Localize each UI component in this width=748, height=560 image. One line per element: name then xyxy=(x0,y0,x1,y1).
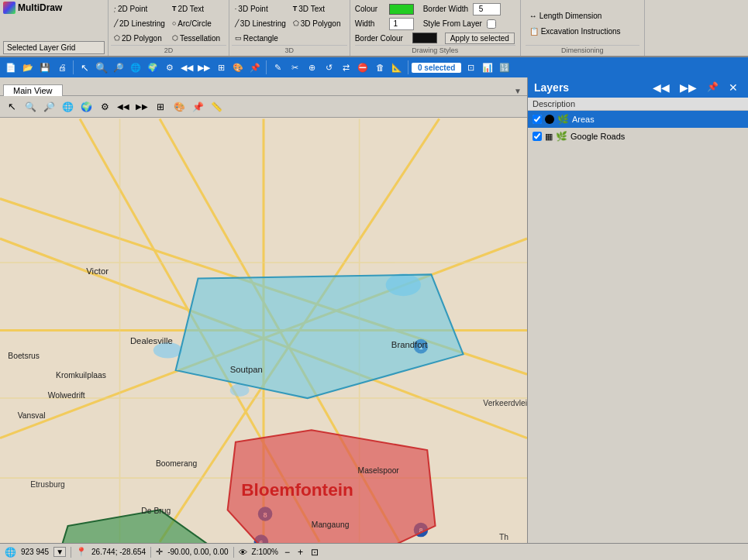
map-tool-9[interactable]: ⊡ xyxy=(463,60,478,75)
map-tool-2[interactable]: ✂ xyxy=(287,60,302,75)
layer-row-google-roads[interactable]: ▦ 🌿 Google Roads xyxy=(528,128,748,145)
nav-forward-btn[interactable]: ▶▶ xyxy=(196,60,212,75)
print-btn[interactable]: 🖨 xyxy=(54,60,70,75)
layers-header: Layers ◀◀ ▶▶ 📌 ✕ xyxy=(528,77,748,98)
map-nav-fwd-btn[interactable]: ▶▶ xyxy=(133,98,150,115)
map-tool-7[interactable]: 🗑 xyxy=(372,60,388,75)
map-settings-btn[interactable]: ⚙ xyxy=(96,98,113,115)
layer-areas-label: Areas xyxy=(572,115,595,124)
map-tool-3[interactable]: ⊕ xyxy=(304,60,319,75)
3d-polygon-btn[interactable]: ⬠ 3D Polygon xyxy=(290,16,347,30)
globe-status-icon[interactable]: 🌐 xyxy=(5,547,16,558)
map-tool-5[interactable]: ⇄ xyxy=(338,60,353,75)
svg-text:Mangaung: Mangaung xyxy=(312,520,350,529)
2d-point-btn[interactable]: ·̣ 2D Point xyxy=(111,2,168,15)
tab-arrow[interactable]: ▼ xyxy=(512,87,524,95)
layers-back-btn[interactable]: ◀◀ xyxy=(649,81,674,94)
zoom-minus-btn[interactable]: − xyxy=(283,547,291,558)
main-view-tab[interactable]: Main View xyxy=(3,84,63,96)
pointer-tool-btn[interactable]: ↖ xyxy=(77,60,92,75)
svg-text:Verkeerdvlei: Verkeerdvlei xyxy=(483,399,527,407)
border-colour-swatch[interactable] xyxy=(412,33,437,43)
layer-areas-checkbox[interactable] xyxy=(533,115,542,124)
map-tool-10[interactable]: 📊 xyxy=(480,60,495,75)
3d-text-btn[interactable]: T 3D Text xyxy=(290,2,347,15)
layers-fwd-btn[interactable]: ▶▶ xyxy=(676,81,701,94)
map-tool-8[interactable]: 📐 xyxy=(389,60,405,75)
zoom-out-btn[interactable]: 🔎 xyxy=(111,60,126,75)
2d-linestring-btn[interactable]: ╱ 2D Linestring xyxy=(111,16,168,30)
file-new-btn[interactable]: 📄 xyxy=(3,60,19,75)
file-open-btn[interactable]: 📂 xyxy=(20,60,36,75)
excavation-instructions-btn[interactable]: 📋 Excavation Instructions xyxy=(526,25,639,38)
map-globe-1[interactable]: 🌐 xyxy=(59,98,76,115)
map-grid-btn[interactable]: ⊞ xyxy=(152,98,169,115)
selected-layer-grid-button[interactable]: Selected Layer Grid xyxy=(3,41,105,54)
crs-dropdown[interactable]: ▼ xyxy=(53,547,66,557)
arc-circle-icon: ○ xyxy=(172,19,176,27)
zoom-plus-btn[interactable]: + xyxy=(296,547,305,558)
svg-text:Bloemfontein: Bloemfontein xyxy=(241,479,353,500)
color-picker-btn[interactable]: 🎨 xyxy=(230,60,246,75)
status-sep-2 xyxy=(150,547,151,558)
map-pin-btn[interactable]: 📌 xyxy=(189,98,206,115)
status-sep-3 xyxy=(233,547,234,558)
nav-back-btn[interactable]: ◀◀ xyxy=(179,60,195,75)
svg-text:De Brug: De Brug xyxy=(141,507,171,515)
3d-polygon-icon: ⬠ xyxy=(293,19,299,27)
toolbar-sep-3 xyxy=(408,60,408,74)
3d-linestring-btn[interactable]: ╱ 3D Linestring xyxy=(232,16,289,30)
2d-text-btn[interactable]: T 2D Text xyxy=(169,2,226,15)
arc-circle-btn[interactable]: ○ Arc/Circle xyxy=(169,16,226,30)
map-globe-2[interactable]: 🌍 xyxy=(78,98,95,115)
pin-btn[interactable]: 📌 xyxy=(247,60,263,75)
rectangle-btn[interactable]: ▭ Rectangle xyxy=(232,31,347,45)
map-tool-4[interactable]: ↺ xyxy=(321,60,336,75)
width-input[interactable] xyxy=(389,18,414,30)
file-save-btn[interactable]: 💾 xyxy=(37,60,53,75)
settings-btn[interactable]: ⚙ xyxy=(162,60,178,75)
zoom-in-btn[interactable]: 🔍 xyxy=(94,60,109,75)
colour-swatch[interactable] xyxy=(389,4,414,15)
layer-roads-tree-icon: 🌿 xyxy=(556,131,567,142)
grid-view-btn[interactable]: ⊞ xyxy=(213,60,229,75)
layer-roads-grid-icon: ▦ xyxy=(545,132,553,142)
map-svg-area[interactable]: 6 8 1 8 Victor B xyxy=(0,118,527,543)
map-tool-11[interactable]: 🔢 xyxy=(497,60,512,75)
length-dimension-btn[interactable]: ↔ Length Dimension xyxy=(526,9,639,22)
map-ruler-btn[interactable]: 📏 xyxy=(208,98,225,115)
app-title[interactable]: MultiDraw xyxy=(3,2,105,14)
map-color-btn[interactable]: 🎨 xyxy=(171,98,188,115)
3d-point-btn[interactable]: · 3D Point xyxy=(232,2,289,15)
map-zoom-out-btn[interactable]: 🔎 xyxy=(40,98,57,115)
tessellation-icon: ⬡ xyxy=(172,34,178,42)
rectangle-icon: ▭ xyxy=(235,34,242,42)
status-bar: 🌐 923 945 ▼ 📍 26.744; -28.654 ✛ -90.00, … xyxy=(0,543,748,560)
map-zoom-in-btn[interactable]: 🔍 xyxy=(22,98,39,115)
apply-selected-button[interactable]: Apply to selected xyxy=(445,33,515,44)
2d-section-label: 2D xyxy=(111,45,226,54)
border-width-input[interactable] xyxy=(473,3,501,15)
tessellation-btn[interactable]: ⬡ Tessellation xyxy=(169,31,226,45)
selected-count-badge: 0 selected xyxy=(412,63,461,73)
globe-btn-2[interactable]: 🌍 xyxy=(145,60,160,75)
map-tool-6[interactable]: ⛔ xyxy=(355,60,371,75)
border-colour-label: Border Colour xyxy=(355,34,408,43)
layers-close-btn[interactable]: ✕ xyxy=(725,81,742,94)
location-icon: 📍 xyxy=(76,547,87,557)
globe-btn-1[interactable]: 🌐 xyxy=(128,60,143,75)
dimensioning-section-label: Dimensioning xyxy=(526,45,639,54)
layer-row-areas[interactable]: 🌿 Areas xyxy=(528,111,748,128)
2d-polygon-btn[interactable]: ⬠ 2D Polygon xyxy=(111,31,168,45)
coords-display: 26.744; -28.654 xyxy=(91,548,146,556)
style-from-layer-checkbox[interactable] xyxy=(487,19,496,29)
map-pointer-btn[interactable]: ↖ xyxy=(3,98,20,115)
layer-roads-checkbox[interactable] xyxy=(533,132,542,141)
2d-section: ·̣ 2D Point T 2D Text ╱ 2D Linestring ○ … xyxy=(109,0,229,56)
map-tool-1[interactable]: ✎ xyxy=(270,60,285,75)
fit-view-btn[interactable]: ⊡ xyxy=(309,547,320,558)
layer-areas-dot-icon xyxy=(545,115,554,124)
layers-pin-btn[interactable]: 📌 xyxy=(703,81,722,94)
app-logo-icon xyxy=(3,2,16,14)
map-nav-back-btn[interactable]: ◀◀ xyxy=(115,98,132,115)
